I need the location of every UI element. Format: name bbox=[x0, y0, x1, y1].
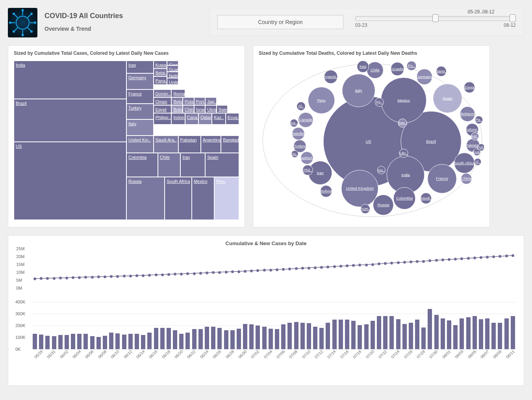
treemap-cell[interactable]: Colombia bbox=[126, 153, 158, 177]
treemap-cell[interactable]: Ukrai.. bbox=[205, 105, 217, 113]
bar[interactable] bbox=[269, 329, 273, 350]
treemap-cell[interactable]: Pola.. bbox=[183, 97, 194, 105]
bar[interactable] bbox=[319, 328, 324, 349]
bar[interactable] bbox=[358, 325, 362, 350]
bar[interactable] bbox=[198, 329, 203, 349]
treemap-cell[interactable]: China bbox=[183, 105, 194, 113]
bar[interactable] bbox=[109, 333, 113, 349]
date-range-slider[interactable]: 05-29..08-12 03-23 08-12 bbox=[355, 16, 516, 28]
bar[interactable] bbox=[460, 318, 464, 349]
bar[interactable] bbox=[45, 336, 50, 350]
bar[interactable] bbox=[103, 336, 107, 350]
bar[interactable] bbox=[33, 334, 37, 349]
treemap-cell[interactable]: Domin.. bbox=[154, 89, 172, 97]
bar[interactable] bbox=[485, 318, 489, 349]
bar[interactable] bbox=[332, 320, 337, 349]
slider-handle-end[interactable] bbox=[510, 14, 516, 22]
bar[interactable] bbox=[428, 309, 432, 349]
bar[interactable] bbox=[434, 315, 439, 349]
treemap-cell[interactable]: Singa.. bbox=[167, 61, 178, 65]
bar[interactable] bbox=[339, 320, 343, 349]
treemap-cell[interactable]: Cana.. bbox=[185, 113, 198, 124]
treemap-cell[interactable]: Germany bbox=[126, 73, 154, 89]
bar[interactable] bbox=[453, 325, 458, 350]
bar[interactable] bbox=[230, 330, 235, 349]
treemap-cell[interactable]: Israel bbox=[194, 105, 206, 113]
bar[interactable] bbox=[192, 329, 196, 349]
bar[interactable] bbox=[65, 335, 69, 349]
bar[interactable] bbox=[160, 328, 165, 349]
bubble-chart[interactable]: USBrazilMexicoIndiaUnited KingdomItalySp… bbox=[259, 61, 484, 220]
treemap-cell[interactable]: Neth.. bbox=[167, 72, 178, 78]
treemap-cell[interactable]: Kaz.. bbox=[212, 113, 225, 124]
treemap-cell[interactable]: Pakistan bbox=[178, 136, 201, 153]
bar[interactable] bbox=[135, 334, 139, 349]
treemap-cell[interactable]: Jap.. bbox=[205, 97, 217, 105]
treemap-cell[interactable]: France bbox=[126, 89, 154, 104]
bar[interactable] bbox=[473, 316, 477, 349]
bar[interactable] bbox=[154, 328, 158, 349]
bar[interactable] bbox=[128, 334, 133, 349]
bar[interactable] bbox=[364, 324, 369, 349]
treemap-cell[interactable]: Italy bbox=[126, 119, 154, 135]
bar[interactable] bbox=[287, 323, 292, 350]
bar[interactable] bbox=[326, 323, 330, 350]
treemap-cell[interactable]: Chile bbox=[158, 153, 180, 177]
treemap-cell[interactable]: Iran bbox=[180, 153, 205, 177]
bar[interactable] bbox=[377, 316, 381, 349]
bar[interactable] bbox=[389, 316, 394, 349]
bar[interactable] bbox=[211, 327, 215, 349]
treemap-cell[interactable]: Qatar bbox=[198, 113, 212, 124]
bar[interactable] bbox=[498, 323, 502, 350]
bar[interactable] bbox=[122, 335, 126, 350]
bar[interactable] bbox=[173, 330, 177, 349]
bar[interactable] bbox=[179, 334, 184, 349]
bar[interactable] bbox=[39, 335, 43, 350]
combo-chart[interactable]: 0M5M10M15M20M25M0K100K200K300K400K05/290… bbox=[32, 249, 516, 375]
treemap-cell[interactable]: India bbox=[14, 61, 126, 99]
bar[interactable] bbox=[141, 335, 145, 349]
bar[interactable] bbox=[345, 320, 349, 349]
bar[interactable] bbox=[77, 334, 82, 349]
bar[interactable] bbox=[90, 336, 95, 349]
treemap-cell[interactable]: Roma.. bbox=[171, 89, 185, 97]
bar[interactable] bbox=[383, 316, 387, 349]
treemap-cell[interactable]: Indon.. bbox=[171, 113, 185, 124]
treemap-cell[interactable]: Iraq bbox=[126, 61, 154, 73]
treemap-cell[interactable]: Oman bbox=[154, 97, 172, 105]
bar[interactable] bbox=[147, 333, 152, 349]
bar[interactable] bbox=[447, 320, 451, 350]
treemap-cell[interactable]: Brazil bbox=[14, 99, 126, 142]
bar[interactable] bbox=[491, 323, 496, 350]
treemap-cell[interactable]: Ecua.. bbox=[226, 113, 239, 124]
treemap-cell[interactable]: Banglad.. bbox=[221, 136, 239, 153]
bar[interactable] bbox=[300, 323, 305, 350]
bar[interactable] bbox=[71, 334, 75, 349]
bar[interactable] bbox=[167, 328, 171, 349]
treemap-cell[interactable]: Philipp.. bbox=[154, 113, 172, 124]
treemap-cell[interactable]: Saudi Ara.. bbox=[154, 136, 178, 153]
bar[interactable] bbox=[396, 319, 400, 350]
bar[interactable] bbox=[371, 321, 375, 349]
treemap-cell[interactable]: Pana.. bbox=[154, 76, 167, 84]
treemap-cell[interactable]: Port.. bbox=[194, 97, 206, 105]
bar[interactable] bbox=[115, 333, 120, 350]
bar[interactable] bbox=[504, 318, 509, 349]
bar[interactable] bbox=[281, 324, 285, 349]
treemap-cell[interactable]: Unite.. bbox=[167, 78, 178, 84]
bar[interactable] bbox=[415, 320, 419, 349]
bar[interactable] bbox=[275, 329, 279, 349]
bar[interactable] bbox=[313, 327, 317, 349]
bar[interactable] bbox=[185, 333, 190, 349]
bar[interactable] bbox=[217, 328, 222, 349]
bar[interactable] bbox=[402, 324, 407, 350]
treemap-cell[interactable]: Swe.. bbox=[217, 105, 228, 113]
treemap-cell[interactable]: South Africa bbox=[165, 177, 192, 220]
treemap-cell[interactable]: Russia bbox=[126, 177, 165, 220]
treemap-cell[interactable]: Kuwait bbox=[154, 61, 167, 69]
country-filter-button[interactable]: Country or Region bbox=[217, 15, 343, 29]
bar[interactable] bbox=[421, 327, 426, 350]
treemap-cell[interactable]: United Kin.. bbox=[126, 136, 154, 153]
treemap-cell[interactable]: US bbox=[14, 142, 126, 220]
bar[interactable] bbox=[351, 321, 356, 349]
